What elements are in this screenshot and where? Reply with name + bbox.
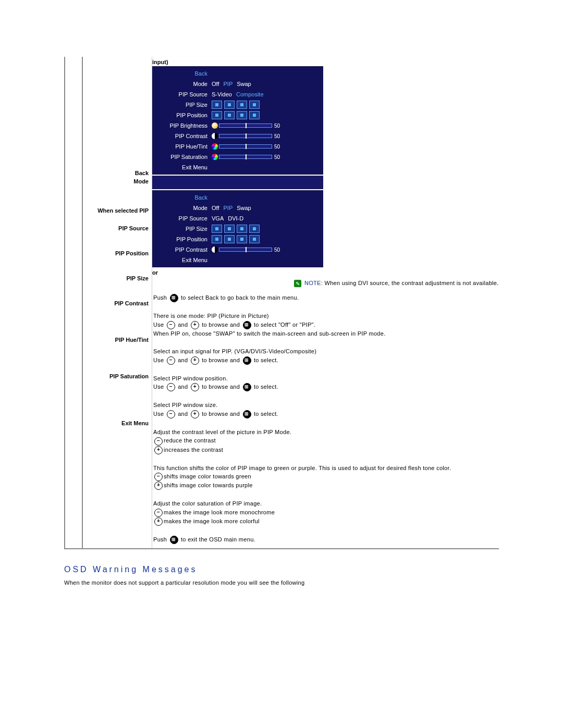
osd1-size-label: PIP Size (156, 102, 212, 108)
desc-saturation: Adjust the color saturation of PIP image… (153, 499, 498, 526)
osd2-position-label: PIP Position (156, 236, 212, 242)
osd1-source-composite[interactable]: Composite (236, 91, 264, 97)
osd2-mode-pip[interactable]: PIP (223, 205, 232, 211)
osd2-position-thumbs[interactable] (212, 235, 260, 243)
plus-button-icon (154, 517, 163, 526)
osd1-brightness-slider[interactable] (219, 124, 272, 128)
osd1-brightness-label: PIP Brightness (156, 122, 212, 129)
menu-button-icon (243, 410, 251, 418)
plus-button-icon (191, 383, 199, 391)
osd1-sat-value: 50 (274, 154, 280, 160)
osd2-size-thumbs[interactable] (212, 225, 260, 233)
osd1-mode-swap[interactable]: Swap (237, 81, 251, 87)
note-icon: ✎ (294, 280, 301, 287)
label-pip-saturation: PIP Saturation (86, 372, 149, 380)
page-root: Back Mode When selected PIP PIP Source P… (0, 0, 563, 690)
osd1-sat-slider[interactable] (219, 155, 272, 159)
note-box: ✎ NOTE: When using DVI source, the contr… (294, 277, 499, 289)
osd1-brightness-value: 50 (274, 123, 280, 129)
osd1-exit[interactable]: Exit Menu (156, 164, 212, 170)
menu-button-icon (243, 321, 251, 329)
osd1-hue-label: PIP Hue/Tint (156, 143, 212, 150)
lower-section: OSD Warning Messages When the monitor do… (64, 565, 563, 690)
osd1-contrast-value: 50 (274, 133, 280, 139)
desc-back: Push to select Back to go back to the ma… (153, 293, 498, 302)
note-text: When using DVI source, the contrast adju… (324, 280, 498, 286)
minus-button-icon (167, 321, 175, 329)
osd1-contrast-slider[interactable] (219, 134, 272, 138)
desc-source: Select an input signal for PIP. (VGA/DVI… (153, 347, 498, 365)
description-block: Push to select Back to go back to the ma… (152, 289, 499, 548)
osd2-source-dvid[interactable]: DVI-D (228, 215, 243, 221)
label-pip-position: PIP Position (86, 249, 149, 257)
desc-position: Select PIP window position. Use and to b… (153, 374, 498, 392)
input-header: input) (152, 57, 499, 66)
minus-button-icon (167, 410, 175, 418)
label-when-selected-pip: When selected PIP (86, 206, 149, 215)
label-mode: Mode (86, 177, 149, 186)
osd1-position-thumbs[interactable] (212, 111, 260, 119)
desc-hue: This function shifts the color of PIP im… (153, 464, 498, 490)
minus-button-icon (167, 356, 175, 365)
plus-button-icon (154, 446, 163, 454)
label-pip-size: PIP Size (86, 274, 149, 282)
hue-icon (212, 143, 218, 150)
osd1-back[interactable]: Back (156, 70, 212, 77)
plus-button-icon (191, 321, 199, 329)
contrast-icon (212, 246, 218, 253)
minus-button-icon (167, 383, 175, 391)
section-title: OSD Warning Messages (64, 565, 542, 574)
label-pip-source: PIP Source (86, 224, 149, 232)
osd-menu-1: Back Mode Off PIP Swap PIP Source S-Vide… (152, 66, 323, 175)
osd1-contrast-label: PIP Contrast (156, 133, 212, 139)
menu-button-icon (170, 294, 178, 302)
osd2-mode-label: Mode (156, 205, 212, 211)
minus-button-icon (154, 509, 163, 517)
label-exit-menu: Exit Menu (86, 419, 149, 427)
left-spacer-col (65, 57, 82, 549)
saturation-icon (212, 154, 218, 160)
minus-button-icon (154, 473, 163, 481)
osd2-contrast-label: PIP Contrast (156, 246, 212, 253)
desc-size: Select PIP window size. Use and to brows… (153, 401, 498, 418)
plus-button-icon (154, 482, 163, 490)
or-label: or (152, 268, 499, 277)
desc-mode: There is one mode: PIP (Picture in Pictu… (153, 312, 498, 338)
osd2-contrast-value: 50 (274, 247, 280, 253)
osd2-size-label: PIP Size (156, 226, 212, 232)
menu-button-icon (243, 383, 251, 391)
osd1-mode-off[interactable]: Off (212, 81, 219, 87)
plus-button-icon (191, 356, 199, 365)
osd2-mode-off[interactable]: Off (212, 205, 219, 211)
osd2-back[interactable]: Back (156, 194, 212, 201)
menu-button-icon (170, 536, 178, 544)
osd2-source-label: PIP Source (156, 215, 212, 221)
desc-exit: Push to exit the OSD main menu. (153, 535, 498, 544)
pip-settings-table: Back Mode When selected PIP PIP Source P… (64, 57, 499, 550)
osd1-mode-pip[interactable]: PIP (223, 81, 232, 87)
osd1-hue-slider[interactable] (219, 144, 272, 149)
labels-column: Back Mode When selected PIP PIP Source P… (82, 57, 152, 549)
menu-button-icon (243, 356, 251, 365)
content-column: input) Back Mode Off PIP Swap PIP Source… (152, 57, 499, 549)
osd-menu-2: Back Mode Off PIP Swap PIP Source VGA DV… (152, 190, 323, 267)
label-pip-hue-tint: PIP Hue/Tint (86, 336, 149, 344)
osd-divider-bar (152, 176, 323, 189)
label-pip-contrast: PIP Contrast (86, 299, 149, 307)
brightness-icon (212, 122, 218, 129)
minus-button-icon (154, 437, 163, 446)
osd2-source-vga[interactable]: VGA (212, 215, 224, 221)
plus-button-icon (191, 410, 199, 418)
osd2-mode-swap[interactable]: Swap (237, 205, 251, 211)
note-lead: NOTE: (304, 280, 323, 286)
osd2-exit[interactable]: Exit Menu (156, 257, 212, 263)
osd1-position-label: PIP Position (156, 112, 212, 118)
contrast-icon (212, 133, 218, 139)
osd1-source-svideo[interactable]: S-Video (212, 91, 232, 97)
osd1-size-thumbs[interactable] (212, 101, 260, 109)
osd1-sat-label: PIP Saturation (156, 154, 212, 160)
osd2-contrast-slider[interactable] (219, 248, 272, 252)
osd1-hue-value: 50 (274, 144, 280, 150)
osd1-source-label: PIP Source (156, 91, 212, 97)
section-body: When the monitor does not support a part… (64, 579, 542, 586)
